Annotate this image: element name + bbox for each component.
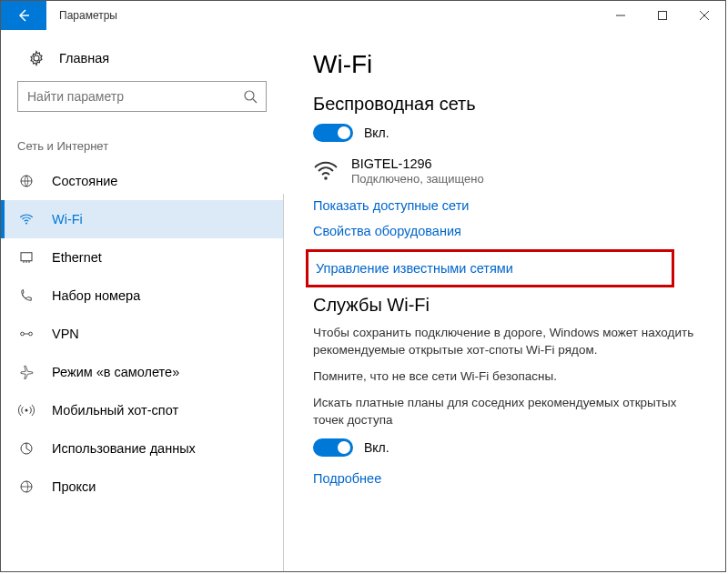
window-title: Параметры xyxy=(46,1,600,30)
sidebar-item-label: Состояние xyxy=(52,174,117,188)
wifi-icon xyxy=(17,211,35,227)
hotspot-icon xyxy=(17,402,35,418)
ethernet-icon xyxy=(17,249,35,266)
sidebar-item-airplane[interactable]: Режим «в самолете» xyxy=(1,353,283,391)
services-para-1: Чтобы сохранить подключение в дороге, Wi… xyxy=(313,325,700,359)
network-name: BIGTEL-1296 xyxy=(351,156,484,172)
wireless-toggle[interactable]: Вкл. xyxy=(313,124,700,142)
current-network[interactable]: BIGTEL-1296 Подключено, защищено xyxy=(313,156,700,186)
svg-point-5 xyxy=(245,91,254,100)
svg-line-6 xyxy=(253,99,257,103)
sidebar: Главная Сеть и Интернет Состояние xyxy=(1,30,283,571)
search-icon xyxy=(243,89,258,104)
services-header: Службы Wi-Fi xyxy=(313,295,700,316)
close-icon xyxy=(700,11,709,20)
content: Wi-Fi Беспроводная сеть Вкл. BIGTEL-1296… xyxy=(284,30,725,571)
sidebar-item-ethernet[interactable]: Ethernet xyxy=(1,238,283,277)
sidebar-item-proxy[interactable]: Прокси xyxy=(1,468,283,506)
sidebar-item-label: Набор номера xyxy=(52,288,140,303)
minimize-icon xyxy=(616,11,625,20)
sidebar-item-label: Режим «в самолете» xyxy=(52,365,179,379)
svg-point-16 xyxy=(25,409,28,412)
wifi-signal-icon xyxy=(313,160,339,182)
sidebar-item-data-usage[interactable]: Использование данных xyxy=(1,429,283,468)
airplane-icon xyxy=(17,364,35,380)
sidebar-item-wifi[interactable]: Wi-Fi xyxy=(1,200,283,238)
sidebar-item-dialup[interactable]: Набор номера xyxy=(1,277,283,315)
maximize-icon xyxy=(658,11,667,20)
svg-point-19 xyxy=(324,176,328,180)
back-button[interactable] xyxy=(1,1,46,30)
home-button[interactable]: Главная xyxy=(1,41,283,77)
arrow-left-icon xyxy=(16,8,31,23)
sidebar-item-hotspot[interactable]: Мобильный хот-спот xyxy=(1,391,283,429)
sidebar-item-label: Прокси xyxy=(52,479,96,494)
close-button[interactable] xyxy=(683,1,725,30)
svg-point-14 xyxy=(29,332,33,336)
manage-known-networks-link[interactable]: Управление известными сетями xyxy=(306,249,674,287)
sidebar-item-vpn[interactable]: VPN xyxy=(1,315,283,353)
search-input[interactable] xyxy=(17,81,267,112)
learn-more-link[interactable]: Подробнее xyxy=(313,471,700,486)
titlebar: Параметры xyxy=(1,1,725,30)
sidebar-item-status[interactable]: Состояние xyxy=(1,162,283,200)
services-para-2: Помните, что не все сети Wi-Fi безопасны… xyxy=(313,368,700,386)
minimize-button[interactable] xyxy=(600,1,642,30)
maximize-button[interactable] xyxy=(642,1,683,30)
sidebar-item-label: Мобильный хот-спот xyxy=(52,403,178,418)
svg-point-8 xyxy=(25,223,27,225)
toggle-track xyxy=(313,124,353,142)
services-toggle[interactable]: Вкл. xyxy=(313,438,700,457)
vpn-icon xyxy=(17,326,35,342)
wireless-header: Беспроводная сеть xyxy=(313,94,700,115)
show-networks-link[interactable]: Показать доступные сети xyxy=(313,198,700,213)
toggle-label: Вкл. xyxy=(364,126,389,140)
sidebar-item-label: Wi-Fi xyxy=(52,212,83,227)
hardware-props-link[interactable]: Свойства оборудования xyxy=(313,224,700,238)
data-usage-icon xyxy=(17,440,35,457)
svg-rect-2 xyxy=(659,12,667,20)
proxy-icon xyxy=(17,478,35,495)
network-status: Подключено, защищено xyxy=(351,172,484,186)
page-title: Wi-Fi xyxy=(313,50,700,79)
section-header: Сеть и Интернет xyxy=(1,123,283,162)
dialup-icon xyxy=(17,287,35,304)
home-label: Главная xyxy=(59,51,109,65)
gear-icon xyxy=(28,50,45,66)
toggle-label: Вкл. xyxy=(364,440,389,455)
status-icon xyxy=(17,173,35,189)
toggle-track xyxy=(313,438,353,457)
services-para-3: Искать платные планы для соседних рекоме… xyxy=(313,395,700,429)
sidebar-item-label: VPN xyxy=(52,327,79,341)
sidebar-item-label: Ethernet xyxy=(52,250,102,265)
svg-point-13 xyxy=(21,332,25,336)
sidebar-item-label: Использование данных xyxy=(52,441,196,456)
svg-rect-9 xyxy=(21,253,32,261)
